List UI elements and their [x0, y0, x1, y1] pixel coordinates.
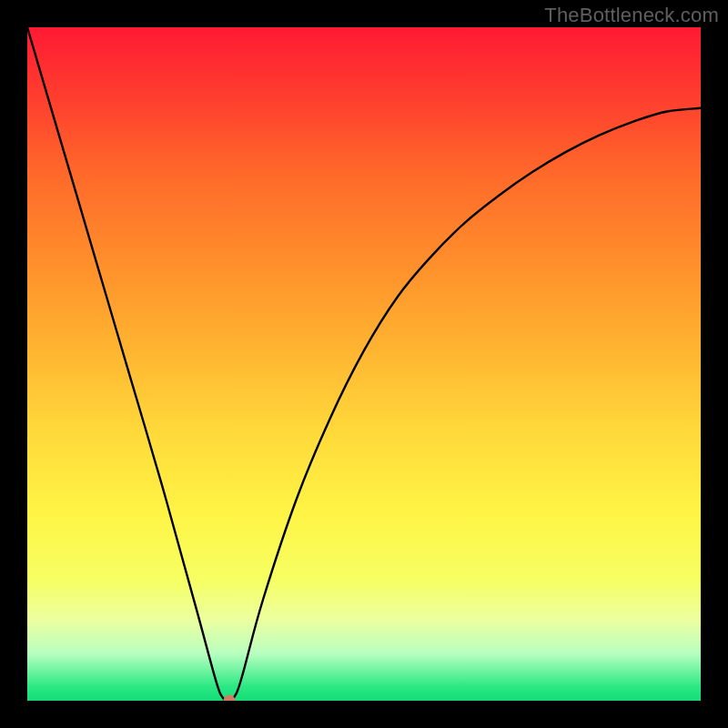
gradient-background [27, 27, 701, 701]
chart-svg [27, 27, 701, 701]
chart-frame: TheBottleneck.com [0, 0, 728, 728]
plot-area [27, 27, 701, 701]
watermark-text: TheBottleneck.com [544, 4, 719, 27]
